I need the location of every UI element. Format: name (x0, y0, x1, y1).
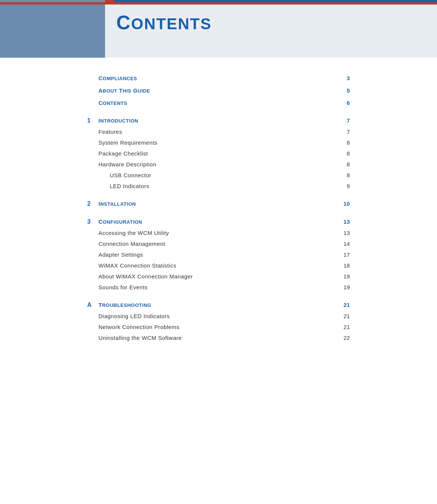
toc-page-troubleshooting: 21 (335, 302, 350, 308)
toc-row-wimax-stats[interactable]: WiMAX Connection Statistics 18 (87, 260, 350, 271)
toc-label-uninstalling: Uninstalling the WCM Software (99, 335, 335, 341)
toc-label-configuration: CONFIGURATION (99, 218, 335, 225)
toc-section-compliances: COMPLIANCES 3 (87, 73, 350, 84)
toc-section-installation: 2 INSTALLATION 10 (87, 198, 350, 209)
toc-label-introduction: INTRODUCTION (99, 117, 335, 124)
toc-page-sounds: 19 (335, 284, 350, 290)
toc-label-package: Package Checklist (99, 150, 335, 157)
toc-section-contents: CONTENTS 6 (87, 97, 350, 108)
toc-page-introduction: 7 (335, 117, 350, 124)
toc-row-about-wimax[interactable]: About WiMAX Connection Manager 19 (87, 271, 350, 282)
page-header: CONTENTS (0, 2, 437, 58)
toc-label-diagnosing: Diagnosing LED Indicators (99, 313, 335, 319)
toc-section-introduction: 1 INTRODUCTION 7 Features 7 System Requi… (87, 115, 350, 191)
toc-label-system-req: System Requirements (99, 139, 335, 146)
toc-label-usb: USB Connector (99, 172, 335, 178)
title-rest: ONTENTS (131, 15, 212, 33)
toc-row-usb[interactable]: USB Connector 8 (87, 170, 350, 181)
toc-row-network-problems[interactable]: Network Connection Problems 21 (87, 322, 350, 332)
header-main: CONTENTS (105, 4, 437, 58)
toc-page-system-req: 8 (335, 139, 350, 146)
toc-row-accessing-wcm[interactable]: Accessing the WCM Utility 13 (87, 227, 350, 238)
toc-page-wimax-stats: 18 (335, 262, 350, 269)
toc-label-installation: INSTALLATION (99, 200, 335, 207)
toc-label-accessing-wcm: Accessing the WCM Utility (99, 230, 335, 236)
toc-page-package: 8 (335, 150, 350, 157)
toc-row[interactable]: CONTENTS 6 (87, 97, 350, 108)
toc-label-about: ABOUT THIS GUIDE (99, 87, 335, 94)
toc-section-about: ABOUT THIS GUIDE 5 (87, 85, 350, 96)
toc-page-installation: 10 (335, 200, 350, 207)
toc-label-compliances: COMPLIANCES (99, 75, 335, 81)
toc-table: COMPLIANCES 3 ABOUT THIS GUIDE 5 CONTENT… (87, 73, 350, 343)
toc-label-network-problems: Network Connection Problems (99, 324, 335, 330)
toc-label-about-wimax: About WiMAX Connection Manager (99, 273, 335, 280)
toc-page-usb: 8 (335, 172, 350, 178)
toc-page-connection-mgmt: 14 (335, 241, 350, 247)
toc-label-features: Features (99, 129, 335, 135)
toc-page-accessing-wcm: 13 (335, 230, 350, 236)
title-letter-c: C (116, 12, 131, 33)
toc-row-introduction[interactable]: 1 INTRODUCTION 7 (87, 115, 350, 126)
toc-row-sounds[interactable]: Sounds for Events 19 (87, 282, 350, 293)
toc-section-troubleshooting: A TROUBLESHOOTING 21 Diagnosing LED Indi… (87, 299, 350, 343)
toc-num-3: 3 (87, 218, 99, 225)
toc-page-uninstalling: 22 (335, 335, 350, 341)
toc-content: COMPLIANCES 3 ABOUT THIS GUIDE 5 CONTENT… (0, 58, 437, 504)
toc-num-1: 1 (87, 117, 99, 124)
toc-page-configuration: 13 (335, 218, 350, 225)
toc-row-installation[interactable]: 2 INSTALLATION 10 (87, 198, 350, 209)
toc-label-led: LED Indicators (99, 183, 335, 189)
toc-label-connection-mgmt: Connection Management (99, 241, 335, 247)
toc-page-compliances: 3 (335, 75, 350, 81)
toc-row-system-req[interactable]: System Requirements 8 (87, 137, 350, 148)
toc-row[interactable]: COMPLIANCES 3 (87, 73, 350, 84)
toc-row[interactable]: ABOUT THIS GUIDE 5 (87, 85, 350, 96)
toc-label-wimax-stats: WiMAX Connection Statistics (99, 262, 335, 269)
toc-page-adapter-settings: 17 (335, 251, 350, 258)
toc-row-led[interactable]: LED Indicators 9 (87, 181, 350, 191)
toc-row-adapter-settings[interactable]: Adapter Settings 17 (87, 249, 350, 260)
toc-page-features: 7 (335, 129, 350, 135)
page-title: CONTENTS (116, 11, 212, 34)
toc-row-configuration[interactable]: 3 CONFIGURATION 13 (87, 216, 350, 227)
toc-page-network-problems: 21 (335, 324, 350, 330)
toc-page-diagnosing: 21 (335, 313, 350, 319)
toc-num-a: A (87, 302, 99, 308)
toc-num-2: 2 (87, 200, 99, 207)
toc-row-package[interactable]: Package Checklist 8 (87, 148, 350, 159)
toc-page-hardware: 8 (335, 161, 350, 168)
toc-row-hardware[interactable]: Hardware Description 8 (87, 159, 350, 170)
toc-page-contents: 6 (335, 100, 350, 106)
toc-page-about-wimax: 19 (335, 273, 350, 280)
toc-page-led: 9 (335, 183, 350, 189)
toc-label-contents: CONTENTS (99, 100, 335, 106)
toc-label-hardware: Hardware Description (99, 161, 335, 168)
toc-label-troubleshooting: TROUBLESHOOTING (99, 302, 335, 308)
toc-row-diagnosing[interactable]: Diagnosing LED Indicators 21 (87, 311, 350, 322)
header-sidebar (0, 4, 105, 58)
toc-row-uninstalling[interactable]: Uninstalling the WCM Software 22 (87, 332, 350, 343)
toc-label-adapter-settings: Adapter Settings (99, 251, 335, 258)
toc-page-about: 5 (335, 87, 350, 94)
toc-label-sounds: Sounds for Events (99, 284, 335, 290)
toc-row-features[interactable]: Features 7 (87, 126, 350, 137)
toc-row-connection-mgmt[interactable]: Connection Management 14 (87, 238, 350, 249)
toc-row-troubleshooting[interactable]: A TROUBLESHOOTING 21 (87, 299, 350, 311)
toc-section-configuration: 3 CONFIGURATION 13 Accessing the WCM Uti… (87, 216, 350, 293)
